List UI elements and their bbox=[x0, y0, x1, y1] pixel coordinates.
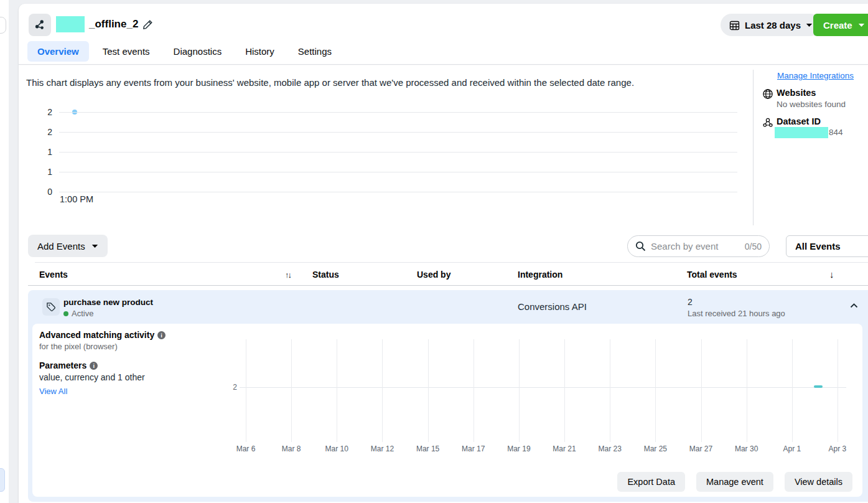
advanced-matching-title: Advanced matching activity bbox=[39, 330, 166, 340]
x-axis-tick: Apr 1 bbox=[776, 444, 808, 453]
gridline bbox=[655, 339, 656, 442]
date-range-selector[interactable]: Last 28 days bbox=[721, 14, 821, 36]
main-card: _offline_2 Last 28 days Create Overview … bbox=[19, 4, 868, 503]
chart-description: This chart displays any events from your… bbox=[26, 77, 634, 88]
x-axis-tick: Mar 8 bbox=[275, 444, 307, 453]
y-axis-tick: 0 bbox=[32, 187, 52, 197]
background-window-strip bbox=[0, 0, 9, 503]
tab-history[interactable]: History bbox=[235, 41, 284, 62]
y-axis-tick: 2 bbox=[32, 127, 52, 137]
create-button-label: Create bbox=[823, 20, 852, 31]
gridline bbox=[382, 339, 383, 442]
x-axis-tick: Mar 6 bbox=[230, 444, 262, 453]
column-used-by: Used by bbox=[417, 270, 450, 280]
tab-settings[interactable]: Settings bbox=[288, 41, 342, 62]
y-axis-tick: 2 bbox=[32, 107, 52, 117]
y-axis-tick: 1 bbox=[32, 167, 52, 177]
gridline bbox=[59, 132, 737, 133]
event-integration: Conversions API bbox=[518, 301, 587, 312]
gridline bbox=[59, 152, 737, 153]
event-status: Active bbox=[63, 309, 93, 318]
advanced-matching-label: Advanced matching activity bbox=[39, 330, 154, 340]
parameters-value: value, currency and 1 other bbox=[39, 372, 145, 382]
gridline bbox=[474, 339, 474, 442]
overview-x-tick: 1:00 PM bbox=[60, 194, 93, 204]
gridline bbox=[246, 339, 246, 442]
offline-event-set-icon bbox=[29, 14, 51, 36]
gridline bbox=[291, 339, 292, 442]
gridline bbox=[428, 339, 429, 442]
view-all-link[interactable]: View All bbox=[39, 387, 67, 396]
sort-toggle-icon[interactable] bbox=[285, 270, 291, 280]
manage-event-button[interactable]: Manage event bbox=[696, 472, 773, 492]
tab-test-events[interactable]: Test events bbox=[93, 41, 160, 62]
gridline bbox=[59, 192, 737, 192]
tab-overview[interactable]: Overview bbox=[27, 41, 89, 62]
websites-title: Websites bbox=[777, 88, 816, 98]
collapse-row-icon[interactable] bbox=[850, 303, 858, 308]
info-icon[interactable] bbox=[157, 331, 166, 339]
gridline bbox=[59, 112, 737, 113]
clipped-edge-button bbox=[0, 17, 6, 34]
globe-icon bbox=[762, 88, 773, 100]
export-data-button[interactable]: Export Data bbox=[617, 472, 685, 492]
dataset-id-title: Dataset ID bbox=[777, 116, 821, 126]
x-axis-tick: Mar 12 bbox=[366, 444, 398, 453]
gridline bbox=[701, 339, 702, 442]
x-axis-tick: Apr 3 bbox=[821, 444, 854, 453]
event-last-received: Last received 21 hours ago bbox=[688, 309, 785, 318]
tab-diagnostics[interactable]: Diagnostics bbox=[164, 41, 232, 62]
gridline bbox=[564, 339, 565, 442]
gridline bbox=[59, 172, 737, 172]
manage-integrations-link[interactable]: Manage Integrations bbox=[777, 71, 854, 80]
x-axis-tick: Mar 30 bbox=[730, 444, 763, 453]
event-tag-icon bbox=[42, 298, 60, 316]
search-icon bbox=[635, 241, 646, 252]
event-filter-dropdown[interactable]: All Events bbox=[786, 235, 868, 257]
calendar-icon bbox=[729, 20, 740, 31]
overview-data-point bbox=[72, 110, 77, 115]
search-input[interactable] bbox=[651, 241, 740, 252]
gridline bbox=[747, 339, 747, 442]
tab-bar: Overview Test events Diagnostics History… bbox=[27, 41, 342, 62]
x-axis-tick: Mar 15 bbox=[412, 444, 444, 453]
event-row[interactable]: purchase new product Active Conversions … bbox=[28, 290, 868, 324]
dataset-id-icon bbox=[762, 117, 773, 128]
sort-descending-icon[interactable] bbox=[829, 270, 834, 280]
column-events: Events bbox=[39, 270, 68, 280]
x-axis-tick: Mar 25 bbox=[639, 444, 671, 453]
caret-down-icon bbox=[91, 244, 98, 248]
info-icon[interactable] bbox=[90, 362, 98, 370]
caret-down-icon bbox=[858, 23, 865, 27]
clipped-edge-item bbox=[0, 468, 5, 492]
column-status: Status bbox=[312, 270, 339, 280]
header-divider bbox=[19, 64, 868, 65]
x-axis-tick: Mar 21 bbox=[548, 444, 581, 453]
event-total-count: 2 bbox=[688, 297, 693, 307]
search-char-counter: 0/50 bbox=[745, 242, 762, 252]
x-axis-tick: Mar 23 bbox=[594, 444, 626, 453]
add-events-label: Add Events bbox=[37, 241, 85, 252]
parameters-label: Parameters bbox=[39, 360, 86, 370]
event-search: 0/50 bbox=[627, 235, 770, 257]
parameters-title: Parameters bbox=[39, 360, 98, 370]
view-details-button[interactable]: View details bbox=[785, 472, 852, 492]
column-total-events: Total events bbox=[687, 270, 737, 280]
websites-empty-text: No websites found bbox=[777, 100, 846, 109]
page-title: _offline_2 bbox=[89, 18, 138, 31]
add-events-button[interactable]: Add Events bbox=[28, 235, 108, 257]
gridline bbox=[519, 339, 520, 442]
gridline bbox=[337, 339, 337, 442]
detail-actions: Export Data Manage event View details bbox=[617, 472, 852, 492]
y-axis-tick: 1 bbox=[32, 147, 52, 157]
caret-down-icon bbox=[806, 23, 813, 27]
edit-title-icon[interactable] bbox=[142, 19, 153, 30]
column-integration: Integration bbox=[518, 270, 562, 280]
date-range-label: Last 28 days bbox=[745, 20, 801, 31]
activity-y-tick: 2 bbox=[221, 383, 237, 392]
dataset-title-row: _offline_2 bbox=[56, 16, 153, 32]
gridline bbox=[838, 339, 838, 442]
redacted-title-block bbox=[56, 16, 85, 32]
create-button[interactable]: Create bbox=[813, 14, 868, 36]
gridline bbox=[240, 387, 846, 388]
